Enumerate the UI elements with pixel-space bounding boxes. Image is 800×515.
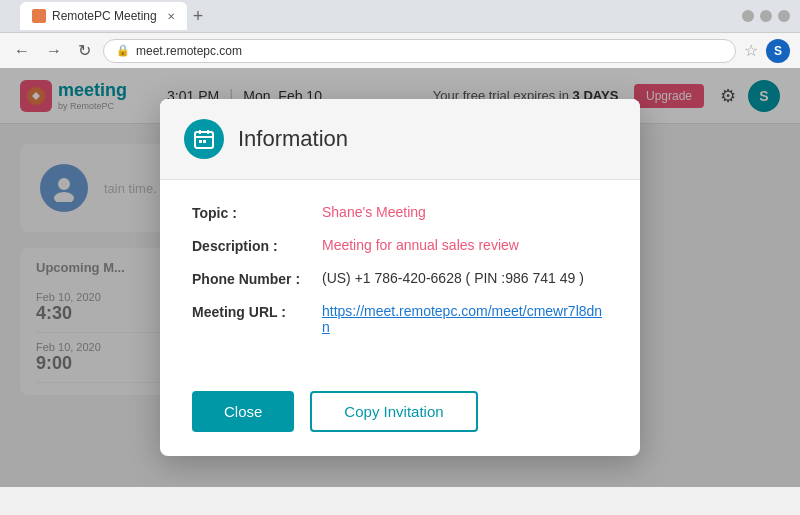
title-bar: RemotePC Meeting ✕ + — [0, 0, 800, 32]
close-tab-icon[interactable]: ✕ — [167, 11, 175, 22]
dialog-body: Topic : Shane's Meeting Description : Me… — [160, 180, 640, 375]
forward-button[interactable]: → — [42, 40, 66, 62]
svg-rect-7 — [199, 140, 202, 143]
close-dialog-button[interactable]: Close — [192, 391, 294, 432]
tab-title: RemotePC Meeting — [52, 9, 157, 23]
svg-rect-8 — [203, 140, 206, 143]
url-bar[interactable]: 🔒 meet.remotepc.com — [103, 39, 736, 63]
url-label: Meeting URL : — [192, 303, 322, 320]
bookmark-button[interactable]: ☆ — [744, 41, 758, 60]
phone-value: (US) +1 786-420-6628 ( PIN :986 741 49 ) — [322, 270, 608, 286]
url-value[interactable]: https://meet.remotepc.com/meet/cmewr7l8d… — [322, 303, 608, 335]
refresh-button[interactable]: ↻ — [74, 39, 95, 62]
topic-row: Topic : Shane's Meeting — [192, 204, 608, 221]
dialog-calendar-icon — [184, 119, 224, 159]
minimize-button[interactable] — [742, 10, 754, 22]
back-button[interactable]: ← — [10, 40, 34, 62]
maximize-button[interactable] — [760, 10, 772, 22]
phone-row: Phone Number : (US) +1 786-420-6628 ( PI… — [192, 270, 608, 287]
browser-tab[interactable]: RemotePC Meeting ✕ — [20, 2, 187, 30]
tab-favicon — [32, 9, 46, 23]
phone-label: Phone Number : — [192, 270, 322, 287]
close-button[interactable] — [778, 10, 790, 22]
description-row: Description : Meeting for annual sales r… — [192, 237, 608, 254]
url-row: Meeting URL : https://meet.remotepc.com/… — [192, 303, 608, 335]
modal-overlay: Information Topic : Shane's Meeting Desc… — [0, 68, 800, 487]
description-value: Meeting for annual sales review — [322, 237, 608, 253]
dialog-header: Information — [160, 99, 640, 180]
lock-icon: 🔒 — [116, 44, 130, 57]
app-content: meeting by RemotePC 3:01 PM | Mon, Feb 1… — [0, 68, 800, 487]
dialog-footer: Close Copy Invitation — [160, 375, 640, 456]
topic-value: Shane's Meeting — [322, 204, 608, 220]
browser-profile-avatar[interactable]: S — [766, 39, 790, 63]
copy-invitation-button[interactable]: Copy Invitation — [310, 391, 477, 432]
dialog-title: Information — [238, 126, 348, 152]
url-text: meet.remotepc.com — [136, 44, 242, 58]
new-tab-button[interactable]: + — [193, 7, 204, 25]
information-dialog: Information Topic : Shane's Meeting Desc… — [160, 99, 640, 456]
topic-label: Topic : — [192, 204, 322, 221]
address-bar: ← → ↻ 🔒 meet.remotepc.com ☆ S — [0, 32, 800, 68]
description-label: Description : — [192, 237, 322, 254]
